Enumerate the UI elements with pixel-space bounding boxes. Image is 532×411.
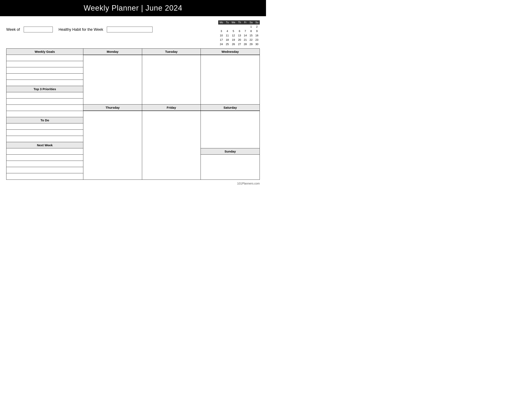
- monday-header: Monday: [83, 49, 142, 55]
- cal-day: 4: [224, 29, 230, 33]
- monday-cell[interactable]: [83, 55, 142, 104]
- week-habit-row: Week of Healthy Habit for the Week: [6, 27, 152, 32]
- tuesday-cell[interactable]: [142, 55, 201, 104]
- cal-day-header: Tu: [224, 20, 230, 25]
- next-week-header: Next Week: [6, 142, 83, 148]
- left-row[interactable]: [6, 148, 83, 155]
- cal-day: 15: [248, 33, 254, 38]
- left-row[interactable]: [6, 155, 83, 161]
- cal-day: [237, 25, 243, 29]
- habit-label: Healthy Habit for the Week: [59, 28, 103, 32]
- cal-day: 8: [248, 29, 254, 33]
- mini-calendar: MoTuWeThFrSaSu 1234567891011121314151617…: [218, 20, 260, 46]
- top3-header: Top 3 Priorities: [6, 86, 83, 92]
- weekly-goals-header: Weekly Goals: [6, 49, 83, 55]
- cal-day: 29: [248, 42, 254, 46]
- cal-day: 14: [242, 33, 248, 38]
- left-row[interactable]: [6, 98, 83, 105]
- saturday-header: Saturday: [201, 105, 260, 111]
- cal-day: 28: [242, 42, 248, 46]
- thursday-cell[interactable]: [83, 111, 142, 180]
- cal-day: 18: [224, 38, 230, 42]
- sunday-cell[interactable]: [201, 155, 260, 180]
- cal-day-header: Mo: [218, 20, 224, 25]
- left-row[interactable]: [6, 130, 83, 136]
- todo-header: To Do: [6, 117, 83, 124]
- footer: 101Planners.com: [0, 180, 266, 187]
- top-day-cells: [83, 55, 260, 105]
- sunday-header: Sunday: [201, 148, 260, 155]
- left-row[interactable]: [6, 61, 83, 67]
- left-row[interactable]: [6, 105, 83, 111]
- friday-header: Friday: [142, 105, 201, 111]
- main-grid: Weekly GoalsTop 3 PrioritiesTo DoNext We…: [6, 48, 260, 180]
- cal-day: 19: [230, 38, 237, 42]
- cal-day: [230, 25, 237, 29]
- left-panel: Weekly GoalsTop 3 PrioritiesTo DoNext We…: [6, 49, 83, 180]
- cal-day-header: Fr: [242, 20, 248, 25]
- cal-day: [224, 25, 230, 29]
- left-row[interactable]: [6, 173, 83, 180]
- weekof-label: Week of: [6, 28, 20, 32]
- bottom-day-headers: Thursday Friday Saturday: [83, 105, 260, 111]
- cal-day: 12: [230, 33, 237, 38]
- saturday-cell[interactable]: [201, 111, 260, 148]
- page-header: Weekly Planner | June 2024: [0, 0, 266, 16]
- wednesday-header: Wednesday: [201, 49, 260, 55]
- cal-day: 21: [242, 38, 248, 42]
- cal-day: 2: [254, 25, 260, 29]
- cal-day: 30: [254, 42, 260, 46]
- cal-day: [242, 25, 248, 29]
- cal-day: 27: [237, 42, 243, 46]
- cal-day-header: Sa: [248, 20, 254, 25]
- cal-day: 16: [254, 33, 260, 38]
- cal-day: 25: [224, 42, 230, 46]
- page-title: Weekly Planner | June 2024: [84, 4, 182, 12]
- cal-day: 9: [254, 29, 260, 33]
- cal-day: 6: [237, 29, 243, 33]
- cal-day: 23: [254, 38, 260, 42]
- cal-day: 24: [218, 42, 224, 46]
- bottom-day-cells: Sunday: [83, 111, 260, 180]
- left-row[interactable]: [6, 167, 83, 173]
- cal-day: 17: [218, 38, 224, 42]
- left-row[interactable]: [6, 74, 83, 80]
- wednesday-cell[interactable]: [201, 55, 260, 104]
- tuesday-header: Tuesday: [142, 49, 201, 55]
- top-day-headers: Monday Tuesday Wednesday: [83, 49, 260, 55]
- weekof-input[interactable]: [24, 27, 53, 32]
- habit-input[interactable]: [107, 27, 152, 32]
- thursday-header: Thursday: [83, 105, 142, 111]
- left-row[interactable]: [6, 55, 83, 61]
- top-section: Week of Healthy Habit for the Week MoTuW…: [0, 16, 266, 48]
- cal-day: 3: [218, 29, 224, 33]
- footer-text: 101Planners.com: [237, 182, 260, 185]
- cal-day: 26: [230, 42, 237, 46]
- left-row[interactable]: [6, 161, 83, 167]
- cal-day: 10: [218, 33, 224, 38]
- cal-day: 20: [237, 38, 243, 42]
- cal-day: [218, 25, 224, 29]
- cal-day: 1: [248, 25, 254, 29]
- cal-day: 5: [230, 29, 237, 33]
- sat-sun-column: Sunday: [201, 111, 260, 180]
- friday-cell[interactable]: [142, 111, 201, 180]
- left-row[interactable]: [6, 92, 83, 98]
- left-row[interactable]: [6, 124, 83, 130]
- left-row[interactable]: [6, 111, 83, 117]
- left-row[interactable]: [6, 136, 83, 142]
- right-panel: Monday Tuesday Wednesday Thursday Friday: [83, 49, 260, 180]
- cal-day: 11: [224, 33, 230, 38]
- cal-day-header: Su: [254, 20, 260, 25]
- cal-day: 7: [242, 29, 248, 33]
- cal-day-header: Th: [237, 20, 243, 25]
- cal-day-header: We: [230, 20, 237, 25]
- left-row[interactable]: [6, 67, 83, 74]
- cal-day: 22: [248, 38, 254, 42]
- left-row[interactable]: [6, 80, 83, 86]
- cal-day: 13: [237, 33, 243, 38]
